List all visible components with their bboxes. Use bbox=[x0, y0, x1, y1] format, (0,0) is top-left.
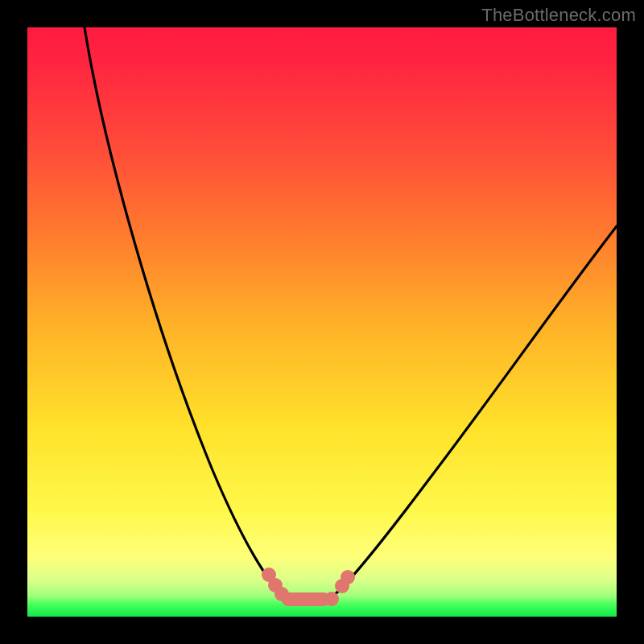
chart-frame: TheBottleneck.com bbox=[0, 0, 644, 644]
watermark-text: TheBottleneck.com bbox=[481, 5, 636, 26]
curve-right-branch bbox=[333, 226, 617, 596]
plot-area bbox=[27, 27, 617, 617]
curve-left-branch bbox=[85, 27, 283, 596]
valley-blobs bbox=[262, 568, 355, 606]
svg-point-6 bbox=[341, 570, 355, 584]
svg-rect-3 bbox=[282, 592, 330, 606]
bottleneck-curve bbox=[27, 27, 617, 617]
svg-point-4 bbox=[324, 592, 339, 606]
